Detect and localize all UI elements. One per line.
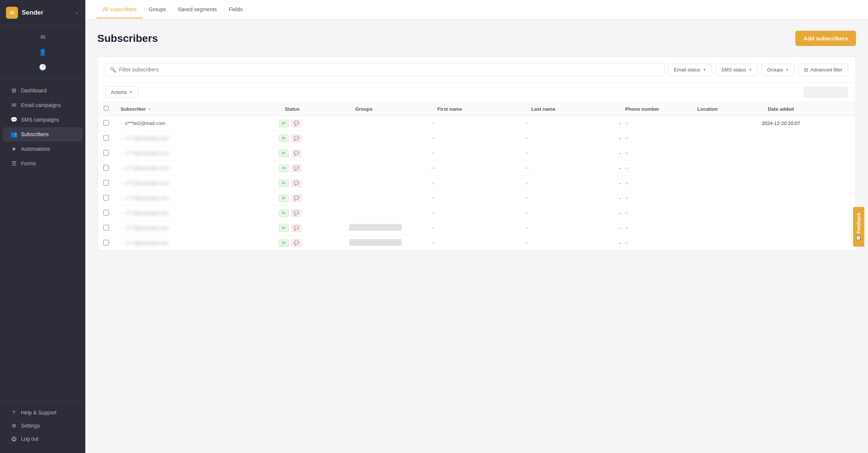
row-checkbox[interactable] — [103, 120, 109, 126]
expand-row-arrow[interactable]: › — [121, 226, 122, 230]
expand-row-arrow[interactable]: › — [121, 136, 122, 141]
subscriber-cell: › u***r@example.com — [115, 146, 279, 161]
edit-first-name-icon[interactable]: ✏ — [432, 166, 435, 171]
email-status-label: Email status — [674, 67, 700, 73]
groups-filter[interactable]: Groups ▼ — [761, 64, 795, 76]
expand-row-arrow[interactable]: › — [121, 211, 122, 215]
status-cell: ✉ 💬 — [279, 191, 349, 206]
groups-cell — [349, 236, 431, 251]
sidebar-item-sms-campaigns[interactable]: 💬 SMS campaigns — [3, 113, 82, 127]
last-name-cell: ✏ — [525, 191, 619, 206]
sidebar-item-dashboard[interactable]: ⊞ Dashboard — [3, 83, 82, 98]
select-all-checkbox[interactable] — [104, 106, 109, 111]
sms-status-filter[interactable]: SMS status ▼ — [716, 64, 758, 76]
sidebar-item-settings[interactable]: ⚙ Settings — [3, 419, 82, 432]
row-checkbox[interactable] — [103, 225, 109, 230]
edit-first-name-icon[interactable]: ✏ — [432, 136, 435, 141]
status-cell: ✉ 💬 — [279, 206, 349, 221]
help-icon: ? — [10, 410, 17, 416]
feedback-tab[interactable]: 💬 Feedback — [853, 206, 864, 246]
expand-row-arrow[interactable]: › — [121, 241, 122, 245]
phone-cell: - ✏ — [619, 131, 691, 146]
edit-phone-icon[interactable]: ✏ — [625, 211, 629, 216]
sidebar-item-logout[interactable]: ⏻ Log out — [3, 432, 82, 445]
collapse-sidebar-button[interactable]: ‹ — [74, 8, 79, 17]
sidebar-item-label-dashboard: Dashboard — [21, 88, 47, 94]
sidebar-item-forms[interactable]: ☰ Forms — [3, 156, 82, 171]
add-subscribers-button[interactable]: Add subscribers — [795, 31, 856, 46]
tab-saved-segments[interactable]: Saved segments — [172, 1, 223, 18]
sidebar-item-label-help: Help & Support — [21, 410, 57, 416]
search-wrapper: 🔍 — [105, 63, 664, 76]
edit-last-name-icon[interactable]: ✏ — [525, 121, 529, 126]
expand-row-arrow[interactable]: › — [121, 166, 122, 171]
row-checkbox-cell — [98, 146, 115, 161]
edit-last-name-icon[interactable]: ✏ — [525, 196, 529, 201]
edit-last-name-icon[interactable]: ✏ — [525, 181, 529, 186]
sms-status-error-icon: 💬 — [292, 135, 301, 142]
tab-groups[interactable]: Groups — [143, 1, 172, 18]
edit-last-name-icon[interactable]: ✏ — [525, 241, 529, 246]
tab-all-subscribers[interactable]: All subscribers — [97, 1, 143, 18]
sidebar-item-subscribers[interactable]: 👥 Subscribers — [3, 127, 82, 141]
expand-row-arrow[interactable]: › — [121, 196, 122, 201]
edit-first-name-icon[interactable]: ✏ — [432, 181, 435, 186]
row-checkbox[interactable] — [103, 135, 109, 141]
edit-last-name-icon[interactable]: ✏ — [525, 166, 529, 171]
edit-phone-icon[interactable]: ✏ — [625, 166, 629, 171]
edit-phone-icon[interactable]: ✏ — [625, 196, 629, 201]
last-name-cell: ✏ — [525, 161, 619, 176]
quick-icon-3[interactable]: 🕐 — [36, 60, 49, 74]
edit-last-name-icon[interactable]: ✏ — [525, 151, 529, 156]
expand-row-arrow[interactable]: › — [121, 181, 122, 186]
edit-phone-icon[interactable]: ✏ — [625, 226, 629, 231]
edit-phone-icon[interactable]: ✏ — [625, 151, 629, 156]
row-checkbox[interactable] — [103, 195, 109, 201]
sidebar-item-automations[interactable]: ➤ Automations — [3, 142, 82, 156]
advanced-filter-button[interactable]: ⊟ Advanced filter — [798, 64, 848, 76]
edit-last-name-icon[interactable]: ✏ — [525, 211, 529, 216]
sms-status-chevron-icon: ▼ — [749, 68, 752, 72]
first-name-cell: ✏ — [432, 191, 526, 206]
search-input[interactable] — [105, 63, 664, 76]
edit-first-name-icon[interactable]: ✏ — [432, 196, 435, 201]
logo-text: Sender — [22, 9, 43, 16]
groups-blur-block — [349, 239, 402, 246]
edit-phone-icon[interactable]: ✏ — [625, 181, 629, 186]
quick-icon-1[interactable]: ✉ — [36, 30, 49, 44]
row-checkbox[interactable] — [103, 240, 109, 245]
edit-last-name-icon[interactable]: ✏ — [525, 136, 529, 141]
edit-first-name-icon[interactable]: ✏ — [432, 211, 435, 216]
date-added-cell — [762, 161, 856, 176]
tab-fields[interactable]: Fields — [223, 1, 249, 18]
actions-button[interactable]: Actions ▼ — [105, 86, 138, 98]
expand-row-arrow[interactable]: › — [121, 121, 122, 126]
email-status-ok-icon: ✉ — [279, 165, 289, 172]
quick-icon-2[interactable]: 👤 — [36, 45, 49, 59]
edit-last-name-icon[interactable]: ✏ — [525, 226, 529, 231]
edit-phone-icon[interactable]: ✏ — [625, 121, 629, 126]
edit-first-name-icon[interactable]: ✏ — [432, 226, 435, 231]
tabs-bar: All subscribers Groups Saved segments Fi… — [85, 0, 868, 19]
edit-phone-icon[interactable]: ✏ — [625, 241, 629, 246]
edit-first-name-icon[interactable]: ✏ — [432, 121, 435, 126]
row-checkbox[interactable] — [103, 180, 109, 186]
forms-icon: ☰ — [10, 160, 17, 167]
phone-value: - — [619, 210, 621, 216]
edit-phone-icon[interactable]: ✏ — [625, 136, 629, 141]
row-checkbox[interactable] — [103, 210, 109, 215]
expand-row-arrow[interactable]: › — [121, 151, 122, 156]
groups-cell — [349, 161, 431, 176]
email-status-filter[interactable]: Email status ▼ — [668, 64, 712, 76]
sidebar-item-help[interactable]: ? Help & Support — [3, 406, 82, 419]
sidebar-item-email-campaigns[interactable]: ✉ Email campaigns — [3, 98, 82, 112]
row-checkbox[interactable] — [103, 150, 109, 156]
sidebar-nav: ⊞ Dashboard ✉ Email campaigns 💬 SMS camp… — [0, 79, 85, 401]
dashboard-icon: ⊞ — [10, 87, 17, 94]
subscriber-cell: › u***r@example.com — [115, 161, 279, 176]
edit-first-name-icon[interactable]: ✏ — [432, 151, 435, 156]
first-name-cell: ✏ — [432, 146, 526, 161]
edit-first-name-icon[interactable]: ✏ — [432, 241, 435, 246]
subscriber-sort[interactable]: Subscriber ▼ — [121, 106, 273, 112]
row-checkbox[interactable] — [103, 165, 109, 171]
